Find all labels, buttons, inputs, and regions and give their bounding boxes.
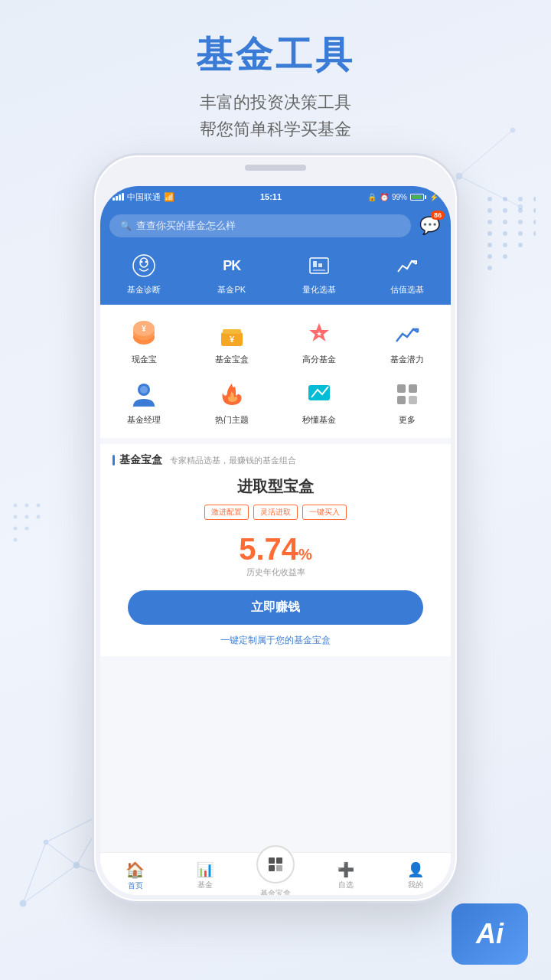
svg-point-27 (37, 515, 41, 519)
svg-rect-76 (269, 865, 275, 871)
understand-icon (302, 377, 336, 411)
tab-watchlist[interactable]: ➕ 自选 (311, 858, 381, 890)
section-desc: 专家精品选基，最赚钱的基金组合 (170, 455, 296, 466)
grid-row-2: 基金经理 热门主题 (100, 374, 451, 429)
more-label: 更多 (399, 414, 416, 426)
svg-point-29 (25, 527, 29, 531)
highscore-icon: ★ (302, 317, 336, 351)
manager-label: 基金经理 (127, 414, 161, 426)
tab-fund[interactable]: 📊 基金 (171, 858, 241, 890)
search-icon: 🔍 (120, 220, 132, 231)
fundbox-center-icon[interactable] (256, 845, 295, 884)
page-subtitle: 丰富的投资决策工具 帮您简单科学买基金 (0, 89, 551, 142)
svg-rect-77 (276, 865, 282, 871)
search-placeholder: 查查你买的基金怎么样 (136, 219, 236, 233)
cash-label: 现金宝 (132, 354, 157, 365)
watchlist-label: 自选 (338, 880, 354, 890)
svg-point-13 (503, 231, 507, 236)
ai-badge: Ai (452, 903, 528, 965)
svg-point-18 (518, 243, 523, 247)
svg-rect-75 (276, 858, 282, 864)
svg-rect-74 (269, 858, 275, 864)
svg-rect-70 (397, 384, 406, 393)
earn-button[interactable]: 立即赚钱 (128, 590, 423, 625)
tab-home[interactable]: 🏠 首页 (100, 858, 171, 891)
diagnosis-label: 基金诊断 (127, 284, 161, 296)
phone-mockup: 中国联通 📶 15:11 🔒 ⏰ 99% ⚡ � (92, 153, 459, 903)
svg-point-12 (487, 231, 492, 236)
highscore-label: 高分基金 (302, 354, 336, 365)
svg-rect-64 (223, 329, 241, 334)
status-left: 中国联通 📶 (112, 191, 174, 203)
grid-potential[interactable]: 基金潜力 (364, 317, 452, 365)
home-icon: 🏠 (126, 861, 145, 879)
grid-manager[interactable]: 基金经理 (100, 377, 188, 426)
svg-point-11 (533, 220, 536, 224)
svg-point-21 (487, 266, 492, 270)
value-label: 估值选基 (390, 284, 424, 296)
status-bar: 中国联通 📶 15:11 🔒 ⏰ 99% ⚡ (100, 186, 451, 207)
tool-diagnosis[interactable]: 基金诊断 (100, 250, 188, 296)
potential-label: 基金潜力 (390, 354, 424, 365)
svg-point-43 (44, 840, 48, 844)
tool-quant[interactable]: 量化选基 (276, 250, 364, 296)
tab-bar: 🏠 首页 📊 基金 基金宝盒 (100, 852, 451, 895)
grid-more[interactable]: 更多 (364, 377, 452, 426)
svg-point-6 (518, 208, 523, 213)
grid-box[interactable]: ¥ 基金宝盒 (188, 317, 276, 365)
svg-point-5 (503, 208, 507, 213)
hot-label: 热门主题 (215, 414, 249, 426)
tool-pk[interactable]: PK 基金PK (188, 250, 276, 296)
svg-point-7 (533, 208, 536, 213)
section-header: 基金宝盒 专家精品选基，最赚钱的基金组合 (112, 453, 439, 467)
search-bar-area: 🔍 查查你买的基金怎么样 💬 86 (100, 207, 451, 244)
page-header: 基金工具 丰富的投资决策工具 帮您简单科学买基金 (0, 0, 551, 158)
tab-mine[interactable]: 👤 我的 (380, 858, 451, 890)
svg-text:★: ★ (316, 330, 322, 338)
fundbox-label: 基金宝盒 (260, 888, 291, 896)
svg-point-68 (140, 386, 148, 394)
svg-point-26 (25, 515, 29, 519)
more-icon (390, 377, 424, 411)
scroll-content[interactable]: ¥ 现金宝 ¥ (100, 305, 451, 876)
svg-point-25 (14, 515, 18, 519)
svg-point-53 (141, 261, 143, 263)
clock: 15:11 (260, 192, 282, 201)
svg-point-4 (487, 208, 492, 213)
customize-link[interactable]: 一键定制属于您的基金宝盒 (112, 634, 439, 647)
product-name: 进取型宝盒 (112, 476, 439, 497)
grid-highscore[interactable]: ★ 高分基金 (276, 317, 364, 365)
grid-menu: ¥ 现金宝 ¥ (100, 305, 451, 438)
svg-point-17 (503, 243, 507, 247)
message-button[interactable]: 💬 86 (417, 214, 442, 238)
fund-box-section: 基金宝盒 专家精品选基，最赚钱的基金组合 进取型宝盒 激进配置 灵活进取 一键买… (100, 444, 451, 656)
grid-cash[interactable]: ¥ 现金宝 (100, 317, 188, 365)
tag-2: 一键买入 (302, 505, 347, 520)
svg-point-8 (487, 220, 492, 224)
tool-value[interactable]: 估值选基 (364, 250, 452, 296)
section-title: 基金宝盒 (119, 453, 162, 467)
svg-point-15 (533, 231, 536, 236)
svg-point-10 (518, 220, 523, 224)
svg-text:¥: ¥ (142, 325, 146, 333)
cash-icon: ¥ (127, 317, 161, 351)
grid-row-1: ¥ 现金宝 ¥ (100, 314, 451, 368)
mine-label: 我的 (408, 880, 423, 890)
svg-point-22 (14, 504, 18, 508)
svg-point-20 (503, 254, 507, 259)
svg-point-24 (37, 504, 41, 508)
section-bar (112, 455, 115, 466)
message-badge: 86 (431, 211, 445, 220)
grid-understand[interactable]: 秒懂基金 (276, 377, 364, 426)
status-right: 🔒 ⏰ 99% ⚡ (367, 193, 439, 201)
svg-line-37 (46, 842, 77, 865)
fund-icon: 📊 (197, 861, 214, 878)
grid-hot[interactable]: 热门主题 (188, 377, 276, 426)
search-bar[interactable]: 🔍 查查你买的基金怎么样 (109, 214, 411, 237)
tab-fundbox[interactable]: 基金宝盒 (240, 842, 311, 896)
potential-icon (390, 317, 424, 351)
mine-icon: 👤 (407, 861, 424, 878)
svg-point-28 (14, 527, 18, 531)
page-title: 基金工具 (0, 31, 551, 80)
svg-point-1 (503, 197, 507, 201)
